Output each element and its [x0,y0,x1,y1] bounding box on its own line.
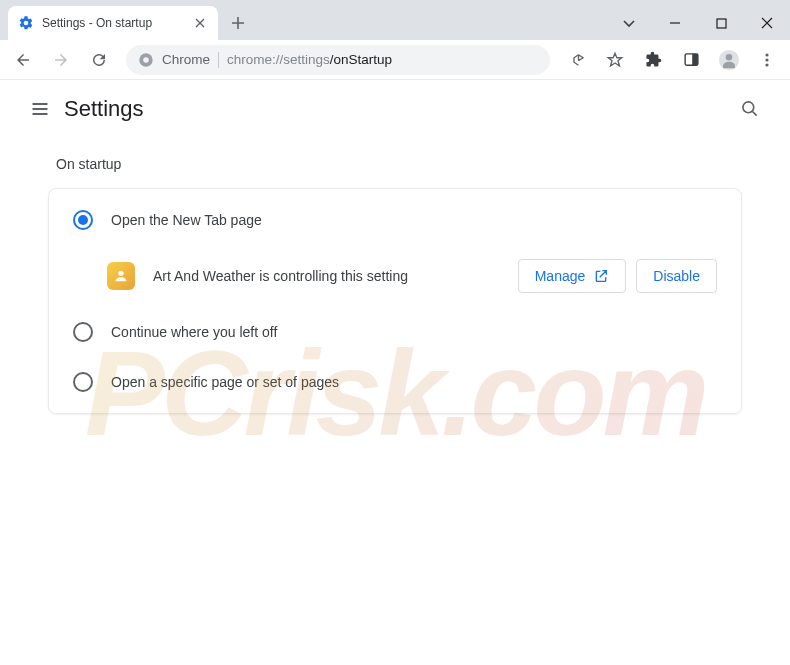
extension-notice-text: Art And Weather is controlling this sett… [153,268,500,284]
chevron-down-icon[interactable] [606,6,652,40]
option-label: Continue where you left off [111,324,717,340]
svg-point-6 [726,53,733,60]
option-label: Open a specific page or set of pages [111,374,717,390]
minimize-button[interactable] [652,6,698,40]
gear-icon [18,15,34,31]
svg-point-11 [118,271,123,276]
window-titlebar: Settings - On startup [0,0,790,40]
reload-button[interactable] [82,43,116,77]
manage-button[interactable]: Manage [518,259,627,293]
bookmark-icon[interactable] [598,45,632,75]
menu-icon[interactable] [750,45,784,75]
startup-card: Open the New Tab page Art And Weather is… [48,188,742,414]
divider [218,52,219,68]
radio-checked-icon[interactable] [73,210,93,230]
svg-point-9 [765,63,768,66]
extension-notice-row: Art And Weather is controlling this sett… [49,245,741,307]
close-window-button[interactable] [744,6,790,40]
close-icon[interactable] [192,15,208,31]
settings-content: On startup Open the New Tab page Art And… [0,138,790,432]
external-link-icon [593,268,609,284]
profile-icon[interactable] [712,45,746,75]
browser-toolbar: Chrome chrome://settings/onStartup [0,40,790,80]
disable-button[interactable]: Disable [636,259,717,293]
search-icon[interactable] [730,89,770,129]
tab-title: Settings - On startup [42,16,184,30]
svg-point-7 [765,53,768,56]
extensions-icon[interactable] [636,45,670,75]
option-specific[interactable]: Open a specific page or set of pages [49,357,741,407]
radio-unchecked-icon[interactable] [73,372,93,392]
back-button[interactable] [6,43,40,77]
disable-button-label: Disable [653,268,700,284]
extension-app-icon [107,262,135,290]
option-continue[interactable]: Continue where you left off [49,307,741,357]
share-icon[interactable] [560,45,594,75]
page-title: Settings [64,96,730,122]
browser-tab[interactable]: Settings - On startup [8,6,218,40]
sidepanel-icon[interactable] [674,45,708,75]
settings-header: Settings [0,80,790,138]
svg-point-2 [143,57,149,63]
maximize-button[interactable] [698,6,744,40]
hamburger-menu-icon[interactable] [20,89,60,129]
omnibox-url: chrome://settings/onStartup [227,52,392,67]
chrome-logo-icon [138,52,154,68]
manage-button-label: Manage [535,268,586,284]
svg-rect-0 [717,19,726,28]
forward-button[interactable] [44,43,78,77]
svg-rect-4 [692,54,698,65]
option-new-tab[interactable]: Open the New Tab page [49,195,741,245]
omnibox-origin: Chrome [162,52,210,67]
svg-point-10 [743,102,754,113]
option-label: Open the New Tab page [111,212,717,228]
section-title: On startup [48,156,742,172]
svg-point-8 [765,58,768,61]
new-tab-button[interactable] [224,9,252,37]
radio-unchecked-icon[interactable] [73,322,93,342]
address-bar[interactable]: Chrome chrome://settings/onStartup [126,45,550,75]
window-controls [606,6,790,40]
